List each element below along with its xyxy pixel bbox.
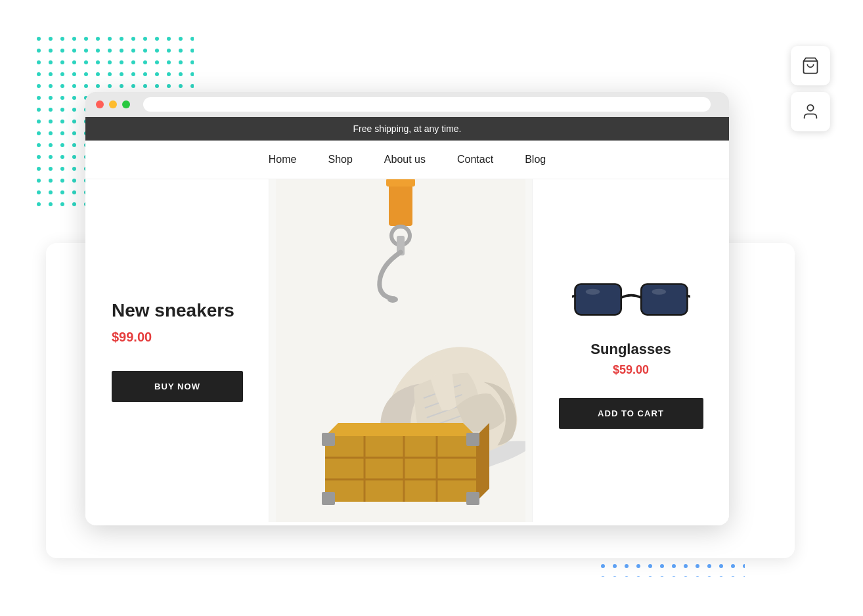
svg-point-35 <box>585 289 600 295</box>
nav-contact[interactable]: Contact <box>457 154 493 165</box>
floating-icon-panel <box>791 46 830 131</box>
browser-maximize-dot <box>122 100 130 108</box>
browser-minimize-dot <box>109 100 117 108</box>
svg-rect-30 <box>641 284 687 315</box>
svg-rect-26 <box>322 492 335 505</box>
cart-icon <box>801 56 820 75</box>
sunglasses-product-price: $59.00 <box>613 363 649 377</box>
user-icon <box>801 102 820 121</box>
address-bar[interactable] <box>143 97 711 112</box>
add-to-cart-button[interactable]: ADD TO CART <box>559 398 703 429</box>
sneaker-product-name: New sneakers <box>112 299 242 322</box>
svg-rect-28 <box>466 492 479 505</box>
sunglasses-product-card: Sunglasses $59.00 ADD TO CART <box>532 179 729 522</box>
announcement-bar: Free shipping, at any time. <box>85 117 729 141</box>
svg-point-11 <box>387 296 398 303</box>
svg-rect-25 <box>322 433 335 446</box>
announcement-text: Free shipping, at any time. <box>353 123 462 134</box>
nav-blog[interactable]: Blog <box>525 154 546 165</box>
svg-marker-18 <box>325 423 476 436</box>
navigation: Home Shop About us Contact Blog <box>85 141 729 179</box>
svg-rect-17 <box>325 436 476 502</box>
svg-rect-29 <box>575 284 621 315</box>
browser-chrome <box>85 92 729 117</box>
svg-point-36 <box>652 289 666 295</box>
buy-now-button[interactable]: BUY NOW <box>112 371 243 402</box>
sunglasses-image <box>572 273 690 325</box>
sneaker-product-price: $99.00 <box>112 330 242 345</box>
nav-home[interactable]: Home <box>269 154 297 165</box>
browser-close-dot <box>96 100 104 108</box>
sneaker-promo-card: New sneakers $99.00 BUY NOW <box>85 179 269 522</box>
svg-rect-27 <box>466 433 479 446</box>
browser-window: Free shipping, at any time. Home Shop Ab… <box>85 92 729 525</box>
cart-button[interactable] <box>791 46 830 85</box>
sneaker-scene <box>276 180 525 521</box>
nav-about[interactable]: About us <box>384 154 426 165</box>
shop-content: New sneakers $99.00 BUY NOW <box>85 179 729 522</box>
browser-content: Free shipping, at any time. Home Shop Ab… <box>85 117 729 525</box>
svg-rect-8 <box>386 179 415 187</box>
user-button[interactable] <box>791 92 830 131</box>
sneaker-illustration <box>276 179 525 522</box>
hero-image-area <box>269 179 532 522</box>
nav-shop[interactable]: Shop <box>328 154 352 165</box>
sunglasses-product-name: Sunglasses <box>590 341 671 358</box>
svg-point-5 <box>807 105 813 111</box>
